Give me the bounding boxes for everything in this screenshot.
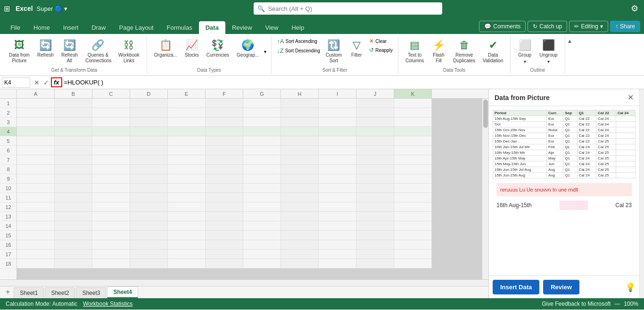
cell-r14-c2[interactable] bbox=[55, 221, 92, 231]
cell-r1-c2[interactable] bbox=[55, 99, 92, 108]
cell-r16-c3[interactable] bbox=[92, 240, 130, 250]
cell-r13-c1[interactable] bbox=[17, 212, 55, 221]
tab-help[interactable]: Help bbox=[285, 21, 311, 34]
cell-r16-c6[interactable] bbox=[206, 240, 243, 250]
cell-r7-c3[interactable] bbox=[92, 155, 130, 165]
cell-r18-c11[interactable] bbox=[394, 259, 432, 268]
cell-r3-c4[interactable] bbox=[130, 117, 168, 127]
cell-r7-c10[interactable] bbox=[356, 155, 394, 165]
cell-r9-c1[interactable] bbox=[17, 174, 55, 184]
cell-r18-c6[interactable] bbox=[206, 259, 243, 268]
cell-r14-c4[interactable] bbox=[130, 221, 168, 231]
apps-icon[interactable]: ⊞ bbox=[4, 4, 10, 13]
cell-r14-c1[interactable] bbox=[17, 221, 55, 231]
add-sheet-button[interactable]: + bbox=[2, 286, 14, 298]
cell-r10-c5[interactable] bbox=[168, 184, 206, 193]
cell-r6-c7[interactable] bbox=[243, 146, 281, 155]
cell-r3-c5[interactable] bbox=[168, 117, 206, 127]
cell-r17-c11[interactable] bbox=[394, 250, 432, 259]
cell-r4-c6[interactable] bbox=[206, 127, 243, 136]
lightbulb-icon[interactable]: 💡 bbox=[625, 282, 636, 293]
reapply-button[interactable]: ↺ Reapply bbox=[368, 46, 394, 54]
cell-r16-c1[interactable] bbox=[17, 240, 55, 250]
cell-r13-c7[interactable] bbox=[243, 212, 281, 221]
cell-r2-c6[interactable] bbox=[206, 108, 243, 117]
tab-page-layout[interactable]: Page Layout bbox=[113, 21, 160, 34]
cell-r6-c8[interactable] bbox=[281, 146, 319, 155]
cell-r10-c4[interactable] bbox=[130, 184, 168, 193]
cell-r17-c9[interactable] bbox=[319, 250, 356, 259]
cell-r16-c9[interactable] bbox=[319, 240, 356, 250]
cell-r8-c3[interactable] bbox=[92, 165, 130, 174]
cell-r3-c10[interactable] bbox=[356, 117, 394, 127]
cell-r12-c2[interactable] bbox=[55, 202, 92, 212]
custom-sort-button[interactable]: 🔃 CustomSort bbox=[322, 37, 345, 66]
cell-r8-c1[interactable] bbox=[17, 165, 55, 174]
cell-r1-c10[interactable] bbox=[356, 99, 394, 108]
formula-input[interactable] bbox=[62, 77, 642, 88]
data-types-more-button[interactable]: ▾ bbox=[263, 47, 267, 56]
cell-r2-c9[interactable] bbox=[319, 108, 356, 117]
cell-r7-c7[interactable] bbox=[243, 155, 281, 165]
cell-r12-c8[interactable] bbox=[281, 202, 319, 212]
review-button[interactable]: Review bbox=[543, 280, 579, 294]
cell-r6-c10[interactable] bbox=[356, 146, 394, 155]
cell-r3-c9[interactable] bbox=[319, 117, 356, 127]
cell-r6-c11[interactable] bbox=[394, 146, 432, 155]
cell-r9-c3[interactable] bbox=[92, 174, 130, 184]
tab-file[interactable]: File bbox=[4, 21, 27, 34]
cell-r1-c5[interactable] bbox=[168, 99, 206, 108]
cell-r18-c9[interactable] bbox=[319, 259, 356, 268]
cell-r9-c10[interactable] bbox=[356, 174, 394, 184]
ungroup-button[interactable]: ⬛ Ungroup ▾ bbox=[536, 37, 561, 67]
ribbon-expand-button[interactable]: ▲ bbox=[567, 38, 573, 44]
cell-r15-c9[interactable] bbox=[319, 231, 356, 240]
cell-r5-c2[interactable] bbox=[55, 136, 92, 146]
cell-r5-c4[interactable] bbox=[130, 136, 168, 146]
cell-r11-c10[interactable] bbox=[356, 193, 394, 202]
text-to-columns-button[interactable]: ▤ Text toColumns bbox=[402, 37, 427, 66]
cell-r16-c5[interactable] bbox=[168, 240, 206, 250]
cell-r4-c3[interactable] bbox=[92, 127, 130, 136]
tab-review[interactable]: Review bbox=[225, 21, 259, 34]
cell-r2-c4[interactable] bbox=[130, 108, 168, 117]
cell-r17-c5[interactable] bbox=[168, 250, 206, 259]
cell-r10-c2[interactable] bbox=[55, 184, 92, 193]
organize-button[interactable]: 📋 Organiza... bbox=[151, 37, 181, 60]
cell-r5-c7[interactable] bbox=[243, 136, 281, 146]
cell-r6-c9[interactable] bbox=[319, 146, 356, 155]
cell-r18-c3[interactable] bbox=[92, 259, 130, 268]
cell-r15-c3[interactable] bbox=[92, 231, 130, 240]
cells-area[interactable]: // Cells will be rendered via JS below bbox=[17, 99, 482, 279]
cell-r18-c5[interactable] bbox=[168, 259, 206, 268]
cell-r17-c10[interactable] bbox=[356, 250, 394, 259]
cell-r4-c8[interactable] bbox=[281, 127, 319, 136]
cell-r13-c2[interactable] bbox=[55, 212, 92, 221]
cell-r16-c2[interactable] bbox=[55, 240, 92, 250]
workbook-links-button[interactable]: ⛓ WorkbookLinks bbox=[115, 37, 143, 66]
cell-r8-c6[interactable] bbox=[206, 165, 243, 174]
cell-r17-c3[interactable] bbox=[92, 250, 130, 259]
cell-r8-c10[interactable] bbox=[356, 165, 394, 174]
cell-r16-c11[interactable] bbox=[394, 240, 432, 250]
refresh-button[interactable]: 🔄 Refresh bbox=[34, 37, 57, 60]
cell-r17-c2[interactable] bbox=[55, 250, 92, 259]
cell-r12-c7[interactable] bbox=[243, 202, 281, 212]
cell-r4-c1[interactable] bbox=[17, 127, 55, 136]
cell-r14-c11[interactable] bbox=[394, 221, 432, 231]
cell-r11-c3[interactable] bbox=[92, 193, 130, 202]
cell-r17-c1[interactable] bbox=[17, 250, 55, 259]
cell-r2-c11[interactable] bbox=[394, 108, 432, 117]
cell-r18-c2[interactable] bbox=[55, 259, 92, 268]
cell-r5-c11[interactable] bbox=[394, 136, 432, 146]
cell-r12-c4[interactable] bbox=[130, 202, 168, 212]
refresh-all-button[interactable]: 🔄 RefreshAll bbox=[58, 37, 81, 66]
cell-r6-c2[interactable] bbox=[55, 146, 92, 155]
cell-r14-c6[interactable] bbox=[206, 221, 243, 231]
cell-r7-c5[interactable] bbox=[168, 155, 206, 165]
cell-r13-c4[interactable] bbox=[130, 212, 168, 221]
formula-cancel-button[interactable]: ✕ bbox=[32, 79, 41, 86]
cell-r15-c11[interactable] bbox=[394, 231, 432, 240]
cell-r8-c8[interactable] bbox=[281, 165, 319, 174]
cell-r14-c9[interactable] bbox=[319, 221, 356, 231]
